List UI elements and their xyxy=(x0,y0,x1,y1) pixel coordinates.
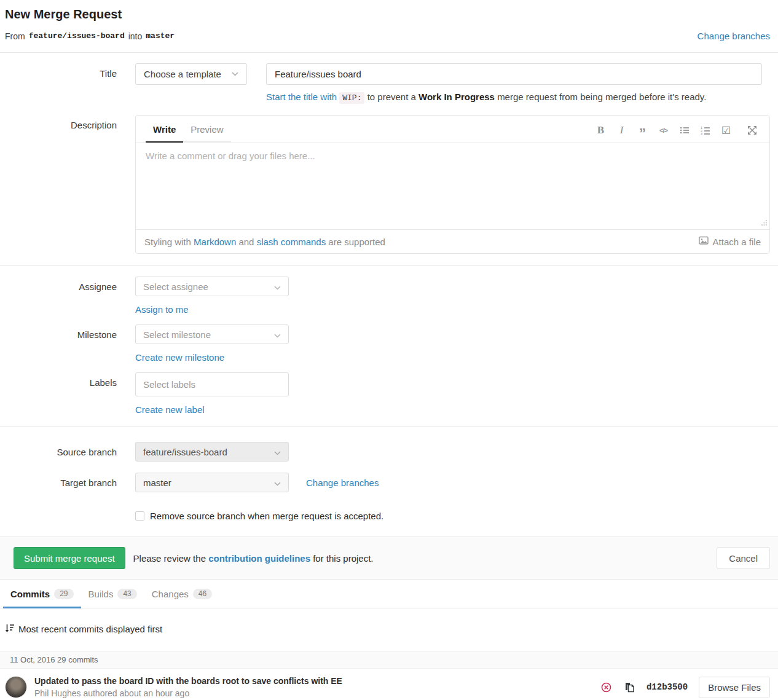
commit-meta: Phil Hughes authored about an hour ago xyxy=(34,688,342,698)
tab-builds-count: 43 xyxy=(117,589,136,599)
commit-date-header: 11 Oct, 2016 29 commits xyxy=(0,651,778,669)
wip-hint: Start the title with WIP: to prevent a W… xyxy=(266,92,778,103)
sort-note-label: Most recent commits displayed first xyxy=(18,624,162,634)
create-milestone-link[interactable]: Create new milestone xyxy=(135,352,224,363)
assignee-dropdown[interactable]: Select assignee xyxy=(135,277,289,296)
header-divider xyxy=(0,52,778,53)
tab-preview[interactable]: Preview xyxy=(183,116,230,143)
markdown-toolbar: B I ” </> 123 ☑ xyxy=(593,124,760,142)
bullet-list-icon[interactable] xyxy=(677,124,692,137)
tab-changes-label: Changes xyxy=(152,589,189,599)
chevron-down-icon xyxy=(274,281,281,292)
commit-row: Updated to pass the board ID with the bo… xyxy=(0,669,778,700)
assignee-label: Assignee xyxy=(0,277,117,292)
chevron-down-icon xyxy=(232,72,238,76)
wip-hint-bold: Work In Progress xyxy=(418,92,495,102)
wip-hint-link[interactable]: Start the title with xyxy=(266,92,337,102)
labels-row: Labels Create new label xyxy=(0,372,778,415)
tab-changes[interactable]: Changes 46 xyxy=(144,580,219,608)
bold-icon[interactable]: B xyxy=(593,124,608,137)
tab-changes-count: 46 xyxy=(193,589,212,599)
remove-source-branch-checkbox[interactable] xyxy=(135,511,144,521)
target-branch-dropdown[interactable]: master xyxy=(135,473,289,492)
styling-prefix: Styling with xyxy=(144,237,191,247)
sort-order-icon xyxy=(5,623,14,635)
milestone-row: Milestone Select milestone Create new mi… xyxy=(0,324,778,363)
merge-request-header: New Merge Request From feature/issues-bo… xyxy=(0,0,778,41)
attach-file-button[interactable]: Attach a file xyxy=(699,236,761,247)
submit-merge-request-button[interactable]: Submit merge request xyxy=(14,547,125,569)
target-branch-value: master xyxy=(143,478,171,488)
create-label-link[interactable]: Create new label xyxy=(135,404,205,415)
template-dropdown-label: Choose a template xyxy=(144,69,221,79)
svg-text:3: 3 xyxy=(701,132,702,135)
avatar[interactable] xyxy=(5,676,27,698)
branch-summary: From feature/issues-board into master Ch… xyxy=(5,31,770,41)
milestone-dropdown[interactable]: Select milestone xyxy=(135,324,289,344)
tab-builds[interactable]: Builds 43 xyxy=(81,580,144,608)
supported-suffix: are supported xyxy=(328,237,385,247)
description-label: Description xyxy=(0,115,117,130)
change-branches-link[interactable]: Change branches xyxy=(697,31,770,41)
review-suffix: for this project. xyxy=(313,553,373,564)
from-label: From xyxy=(5,31,25,41)
remove-source-branch-label: Remove source branch when merge request … xyxy=(150,511,383,521)
tab-commits-label: Commits xyxy=(10,589,50,599)
description-row: Description Write Preview B I ” </> 123 … xyxy=(0,115,778,254)
numbered-list-icon[interactable]: 123 xyxy=(697,124,713,137)
labels-input[interactable] xyxy=(135,372,289,396)
commit-sha[interactable]: d12b3500 xyxy=(646,682,688,692)
copy-commit-sha-icon[interactable] xyxy=(625,682,634,693)
source-branch-row: Source branch feature/issues-board xyxy=(0,442,778,462)
markdown-editor: Write Preview B I ” </> 123 ☑ xyxy=(135,115,770,254)
title-label: Title xyxy=(0,63,117,79)
browse-files-button[interactable]: Browse Files xyxy=(699,677,770,698)
chevron-down-icon xyxy=(274,329,281,340)
labels-label: Labels xyxy=(0,372,117,388)
fullscreen-icon[interactable] xyxy=(744,124,760,137)
template-dropdown[interactable]: Choose a template xyxy=(135,63,247,85)
wip-code: WIP: xyxy=(339,92,364,104)
mr-tabs: Commits 29 Builds 43 Changes 46 xyxy=(0,580,778,608)
and-label: and xyxy=(238,237,254,247)
tab-write[interactable]: Write xyxy=(146,116,183,143)
chevron-down-icon xyxy=(274,447,281,457)
milestone-dropdown-label: Select milestone xyxy=(143,329,211,340)
target-branch-label: Target branch xyxy=(0,473,117,488)
target-branch-name: master xyxy=(146,31,175,41)
contribution-guidelines-link[interactable]: contribution guidelines xyxy=(208,553,310,564)
source-branch-name: feature/issues-board xyxy=(29,31,125,41)
title-row: Title Choose a template xyxy=(0,63,778,85)
italic-icon[interactable]: I xyxy=(614,124,629,137)
source-branch-dropdown[interactable]: feature/issues-board xyxy=(135,442,289,462)
change-branches-link-bottom[interactable]: Change branches xyxy=(306,478,379,488)
into-label: into xyxy=(128,31,143,41)
description-textarea[interactable] xyxy=(136,143,769,227)
review-prefix: Please review the xyxy=(133,553,206,564)
assignee-row: Assignee Select assignee Assign to me xyxy=(0,277,778,315)
quote-icon[interactable]: ” xyxy=(635,124,650,137)
wip-hint-mid: to prevent a xyxy=(367,92,416,102)
slash-commands-link[interactable]: slash commands xyxy=(257,237,326,247)
chevron-down-icon xyxy=(274,478,281,488)
tab-commits[interactable]: Commits 29 xyxy=(3,580,81,608)
target-branch-row: Target branch master Change branches xyxy=(0,473,778,492)
source-branch-label: Source branch xyxy=(0,442,117,457)
task-list-icon[interactable]: ☑ xyxy=(718,124,734,137)
markdown-editor-header: Write Preview B I ” </> 123 ☑ xyxy=(136,116,769,143)
commit-title[interactable]: Updated to pass the board ID with the bo… xyxy=(34,676,342,686)
attach-file-icon xyxy=(699,236,709,247)
attach-file-label: Attach a file xyxy=(713,237,761,247)
code-icon[interactable]: </> xyxy=(656,124,671,137)
section-divider-1 xyxy=(0,265,778,265)
page-title: New Merge Request xyxy=(5,7,770,22)
cancel-button[interactable]: Cancel xyxy=(717,547,770,569)
section-divider-2 xyxy=(0,426,778,427)
styling-note: Styling with Markdown and slash commands… xyxy=(144,237,385,247)
resize-handle[interactable] xyxy=(761,218,768,228)
remove-source-branch-row: Remove source branch when merge request … xyxy=(135,511,778,521)
assign-to-me-link[interactable]: Assign to me xyxy=(135,304,189,315)
markdown-link[interactable]: Markdown xyxy=(194,237,236,247)
title-input[interactable] xyxy=(266,63,762,85)
ci-failed-icon[interactable] xyxy=(601,682,611,693)
